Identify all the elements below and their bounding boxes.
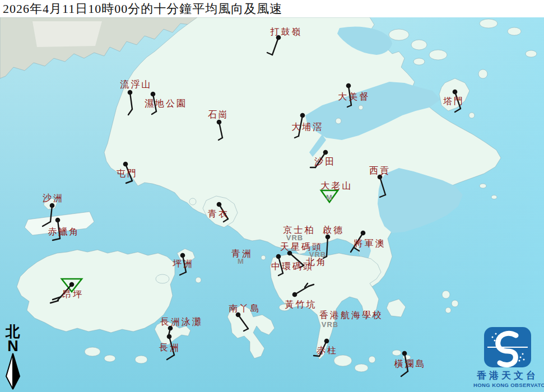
station-tai-po-kau: 大埔滘	[292, 113, 324, 138]
station-label: 塔門	[443, 96, 464, 106]
wind-barb	[167, 355, 174, 360]
wind-barb	[238, 315, 248, 329]
station-dot	[180, 253, 185, 258]
wind-barb	[380, 177, 385, 195]
station-label: 大埔滘	[292, 122, 324, 132]
station-lamma-island: 南丫島	[229, 304, 261, 331]
station-label: 打鼓嶺	[270, 27, 303, 36]
station-dot	[217, 202, 222, 207]
station-ngong-ping: 昂坪	[50, 279, 83, 303]
station-wetland-park: 濕地公園	[145, 92, 187, 114]
wind-barb	[314, 356, 319, 356]
station-status: M	[238, 257, 244, 265]
station-label: 沙田	[314, 157, 336, 166]
station-ta-kwu-ling: 打鼓嶺	[267, 27, 303, 55]
station-label: 大老山	[321, 181, 353, 190]
station-tsing-yi: 青衣	[208, 202, 229, 222]
wind-barb	[380, 195, 385, 197]
station-stanley: 赤柱	[314, 339, 338, 356]
stations-layer: 打鼓嶺流浮山濕地公園石崗屯門大美督大埔滘塔門沙田西貢大老山M沙洲赤鱲角昂坪坪洲青…	[0, 0, 544, 392]
station-label: 將軍澳	[354, 239, 386, 248]
wind-barb	[267, 53, 272, 55]
station-chek-lap-kok: 赤鱲角	[48, 218, 80, 240]
station-dot	[323, 150, 328, 155]
station-shek-kong: 石崗	[208, 110, 229, 140]
station-dot	[69, 282, 75, 287]
station-cheung-chau-beach: 長洲泳灘	[160, 317, 203, 335]
station-label: 啟德	[323, 225, 344, 235]
station-dot	[167, 334, 172, 339]
station-label: 屯門	[117, 169, 138, 178]
station-status: M	[326, 193, 333, 202]
wind-barb	[128, 109, 132, 115]
station-tseung-kwan-o: 將軍澳	[351, 231, 386, 252]
station-dot	[346, 83, 351, 88]
station-label: 昂坪	[62, 290, 83, 299]
title-bar: 2026年4月11日10時00分的十分鐘平均風向及風速	[0, 0, 544, 17]
station-label: 青衣	[208, 209, 229, 218]
station-peng-chau: 坪洲	[173, 253, 194, 275]
station-label: 流浮山	[120, 80, 152, 89]
wind-barb	[455, 109, 461, 112]
wind-barb	[355, 248, 359, 251]
hko-emblem-icon	[473, 326, 542, 368]
wind-barb	[295, 286, 309, 295]
wind-barb	[152, 111, 156, 114]
wind-barb	[347, 105, 351, 107]
station-cheung-chau: 長洲	[159, 334, 180, 360]
station-dot	[123, 162, 128, 167]
wind-barb	[401, 371, 408, 376]
station-lau-fau-shan: 流浮山	[120, 80, 152, 115]
wind-barb	[50, 206, 52, 222]
station-sai-kung: 西貢	[369, 166, 390, 197]
wind-barb	[130, 92, 132, 109]
station-label: 長洲泳灘	[160, 317, 203, 326]
station-label: 赤鱲角	[48, 227, 80, 236]
station-status: VRB	[322, 320, 338, 329]
wind-barb	[126, 181, 132, 183]
station-dot	[402, 351, 407, 356]
station-dot	[361, 231, 366, 236]
hko-name-cn: 香港天文台	[473, 369, 542, 382]
station-kings-park: 京士柏VRB	[283, 225, 315, 242]
station-label: 大美督	[338, 92, 370, 101]
hko-logo: 香港天文台 HONG KONG OBSERVATORY	[473, 326, 542, 388]
station-wong-chuk-hang: 黃竹坑	[285, 283, 317, 309]
station-tai-mei-tuk: 大美督	[338, 83, 370, 107]
station-tuen-mun: 屯門	[117, 162, 138, 183]
wind-barb	[327, 237, 328, 256]
station-green-island: 青洲M	[231, 249, 253, 265]
compass-north-letter: N	[2, 339, 24, 353]
map-title: 2026年4月11日10時00分的十分鐘平均風向及風速	[0, 1, 282, 17]
wind-barb	[272, 38, 278, 55]
station-label: 南丫島	[229, 304, 261, 313]
station-tates-cairn: 大老山M	[321, 181, 353, 202]
wind-barb	[43, 222, 50, 226]
station-dot	[276, 254, 281, 259]
station-label: 坪洲	[173, 259, 194, 268]
station-dot	[300, 113, 305, 118]
station-status: VRB	[286, 234, 303, 242]
station-dot	[217, 120, 222, 125]
station-tap-mun: 塔門	[443, 90, 464, 112]
wind-barb	[180, 272, 186, 275]
hko-name-en: HONG KONG OBSERVATORY	[473, 382, 542, 388]
station-label: 黃竹坑	[285, 300, 317, 309]
station-label: 濕地公園	[145, 99, 187, 108]
station-dot	[326, 235, 331, 240]
station-sha-chau: 沙洲	[43, 193, 64, 226]
wind-barb	[218, 138, 222, 140]
station-label: 西貢	[369, 166, 390, 176]
compass: 北 N	[2, 325, 24, 390]
station-dot	[55, 218, 61, 223]
station-waglan-island: 橫瀾島	[394, 351, 426, 376]
station-dot	[453, 90, 458, 95]
wind-barb	[224, 219, 228, 222]
wind-barb	[278, 273, 283, 276]
wind-barb	[53, 239, 60, 240]
station-label: 橫瀾島	[394, 359, 426, 368]
station-label: 赤柱	[317, 346, 338, 355]
station-label: 沙洲	[43, 193, 64, 203]
wind-barb	[309, 284, 314, 286]
wind-barb	[295, 136, 299, 138]
